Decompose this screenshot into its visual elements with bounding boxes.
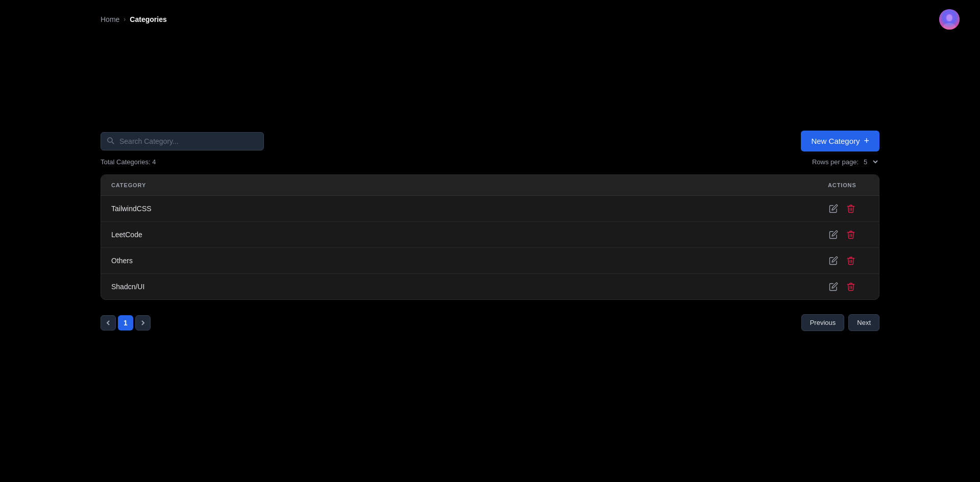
svg-point-1 [946, 14, 952, 21]
table-body: TailwindCSS LeetCode Others [101, 196, 879, 300]
header: Home › Categories [0, 0, 980, 39]
rows-per-page-control: Rows per page: 5 10 20 [812, 158, 879, 166]
table-row: Shadcn/UI [101, 274, 879, 300]
prev-next-buttons: Previous Next [801, 314, 879, 331]
breadcrumb-separator: › [124, 16, 126, 23]
delete-button[interactable] [845, 255, 856, 266]
table-row: TailwindCSS [101, 196, 879, 222]
categories-table: CATEGORY ACTIONS TailwindCSS LeetCode Ot… [101, 175, 879, 299]
pagination-prev-arrow[interactable] [101, 315, 116, 331]
pagination-page-1[interactable]: 1 [118, 315, 133, 331]
new-category-label: New Category [811, 137, 860, 145]
category-name-cell: TailwindCSS [101, 196, 818, 222]
edit-button[interactable] [828, 229, 839, 240]
table-row: Others [101, 248, 879, 274]
search-wrapper [101, 132, 264, 150]
pagination-pages: 1 [101, 315, 151, 331]
table-row: LeetCode [101, 222, 879, 248]
category-name-cell: Shadcn/UI [101, 274, 818, 300]
search-input[interactable] [101, 132, 264, 150]
breadcrumb-home[interactable]: Home [101, 15, 119, 23]
actions-cell [818, 222, 879, 248]
avatar[interactable] [939, 9, 960, 30]
previous-button[interactable]: Previous [801, 314, 845, 331]
delete-button[interactable] [845, 229, 856, 240]
toolbar: New Category + [101, 131, 879, 151]
column-header-category: CATEGORY [101, 175, 818, 196]
categories-table-container: CATEGORY ACTIONS TailwindCSS LeetCode Ot… [101, 174, 879, 300]
actions-cell [818, 196, 879, 222]
column-header-actions: ACTIONS [818, 175, 879, 196]
main-content: New Category + Total Categories: 4 Rows … [0, 39, 980, 331]
breadcrumb: Home › Categories [101, 15, 167, 23]
table-header-row: CATEGORY ACTIONS [101, 175, 879, 196]
breadcrumb-current: Categories [130, 15, 166, 23]
rows-per-page-select[interactable]: 5 10 20 [862, 158, 879, 166]
edit-button[interactable] [828, 281, 839, 292]
category-name-cell: Others [101, 248, 818, 274]
delete-button[interactable] [845, 281, 856, 292]
category-name-cell: LeetCode [101, 222, 818, 248]
total-categories-label: Total Categories: 4 [101, 158, 156, 166]
rows-per-page-label: Rows per page: [812, 158, 859, 166]
edit-button[interactable] [828, 255, 839, 266]
stats-row: Total Categories: 4 Rows per page: 5 10 … [101, 158, 879, 166]
pagination-row: 1 Previous Next [101, 314, 879, 331]
next-button[interactable]: Next [848, 314, 879, 331]
actions-cell [818, 274, 879, 300]
new-category-button[interactable]: New Category + [801, 131, 879, 151]
delete-button[interactable] [845, 203, 856, 214]
actions-cell [818, 248, 879, 274]
pagination-next-arrow[interactable] [135, 315, 151, 331]
plus-icon: + [864, 136, 869, 146]
edit-button[interactable] [828, 203, 839, 214]
